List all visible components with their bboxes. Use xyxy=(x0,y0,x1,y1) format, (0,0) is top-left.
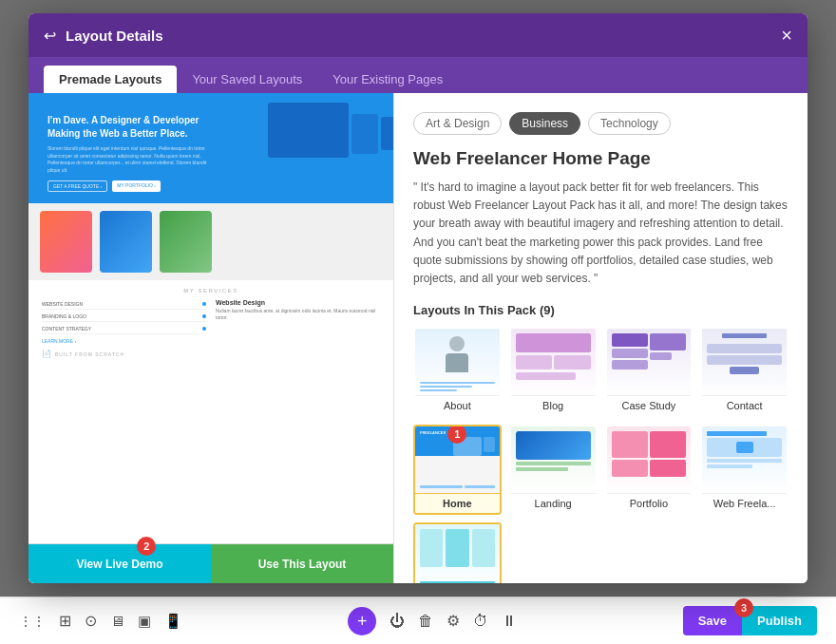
grid-icon[interactable]: ⊞ xyxy=(59,612,71,630)
trash-icon[interactable]: 🗑 xyxy=(418,613,433,630)
service-detail-title: Website Design xyxy=(216,299,380,306)
preview-btn-portfolio: MY PORTFOLIO › xyxy=(112,180,161,192)
close-icon[interactable]: × xyxy=(781,26,792,45)
tag-art-design[interactable]: Art & Design xyxy=(413,112,502,135)
preview-hero-title: I'm Dave. A Designer & Developer Making … xyxy=(48,114,218,141)
settings-icon[interactable]: ⚙ xyxy=(446,612,460,630)
back-icon[interactable]: ↩ xyxy=(44,27,56,45)
preview-services-section: MY SERVICES WEBSITE DESIGN BRANDING & LO… xyxy=(28,280,393,366)
thumb-about-label: About xyxy=(415,395,500,415)
modal-header-left: ↩ Layout Details xyxy=(44,27,163,45)
service1-label: WEBSITE DESIGN xyxy=(42,301,83,307)
publish-button[interactable]: Publish xyxy=(742,606,817,635)
thumb-contact[interactable]: Contact xyxy=(700,327,788,417)
service3-label: CONTENT STRATEGY xyxy=(42,326,91,331)
toolbar-left-group: ⋮⋮ ⊞ ⊙ 🖥 ▣ 📱 xyxy=(19,612,182,630)
tag-business[interactable]: Business xyxy=(509,112,580,135)
dots-icon[interactable]: ⋮⋮ xyxy=(19,614,46,629)
modal-body: I'm Dave. A Designer & Developer Making … xyxy=(28,93,808,583)
view-demo-button[interactable]: View Live Demo 2 xyxy=(28,544,211,583)
search-icon[interactable]: ⊙ xyxy=(85,612,97,630)
thumb-webfree-label: Web Freela... xyxy=(702,493,787,513)
learn-more-link: LEARN MORE › xyxy=(42,338,206,344)
preview-btn-quote: GET A FREE QUOTE › xyxy=(48,180,107,192)
tab-existing[interactable]: Your Existing Pages xyxy=(317,66,458,93)
thumb-case-study[interactable]: Case Study xyxy=(605,327,694,417)
toolbar-right-group: Save 3 Publish xyxy=(683,606,817,635)
service-detail-desc: Nullam lacret faucibus ante, at dignissi… xyxy=(216,308,380,321)
service2-label: BRANDING & LOGO xyxy=(42,313,86,319)
home-badge: 1 xyxy=(447,425,466,444)
bottom-toolbar: ⋮⋮ ⊞ ⊙ 🖥 ▣ 📱 + ⏻ 🗑 ⚙ ⏱ ⏸ Save 3 Publish xyxy=(0,597,836,644)
layout-description: " It's hard to imagine a layout pack bet… xyxy=(413,179,788,288)
thumb-contact-label: Contact xyxy=(702,395,787,415)
thumb-portfolio[interactable]: Portfolio xyxy=(605,425,694,515)
save-button[interactable]: Save xyxy=(683,606,742,635)
preview-panel: I'm Dave. A Designer & Developer Making … xyxy=(28,93,394,583)
thumb-home-label: Home xyxy=(415,493,500,513)
desktop-icon[interactable]: 🖥 xyxy=(110,613,124,629)
modal-overlay: ↩ Layout Details × Premade Layouts Your … xyxy=(0,0,836,597)
publish-badge: 3 xyxy=(734,598,753,617)
tab-saved[interactable]: Your Saved Layouts xyxy=(177,66,317,93)
built-from-scratch-icon: 📄 xyxy=(42,350,51,358)
thumb-landing[interactable]: Landing xyxy=(509,425,598,515)
category-tags: Art & Design Business Technology xyxy=(413,112,788,135)
modal-tabs: Premade Layouts Your Saved Layouts Your … xyxy=(28,57,808,93)
add-button[interactable]: + xyxy=(348,607,376,635)
preview-image: I'm Dave. A Designer & Developer Making … xyxy=(28,93,393,543)
power-icon[interactable]: ⏻ xyxy=(390,613,405,630)
thumb-services[interactable]: Services xyxy=(413,522,502,583)
layout-title: Web Freelancer Home Page xyxy=(413,148,788,169)
preview-cards-row xyxy=(28,203,393,280)
tablet-icon[interactable]: ▣ xyxy=(138,613,151,630)
thumb-blog[interactable]: Blog xyxy=(509,327,598,417)
thumbnails-grid: About xyxy=(413,327,788,583)
publish-button-wrapper: 3 Publish xyxy=(742,606,817,635)
preview-hero-section: I'm Dave. A Designer & Developer Making … xyxy=(28,93,393,203)
toolbar-center-group: + ⏻ 🗑 ⚙ ⏱ ⏸ xyxy=(348,607,517,635)
thumb-portfolio-label: Portfolio xyxy=(607,493,692,513)
layouts-section-title: Layouts In This Pack (9) xyxy=(413,303,788,317)
thumb-case-label: Case Study xyxy=(607,395,692,415)
preview-hero-text: Slorem blandit plique elit eget interdum… xyxy=(48,145,218,174)
thumb-home[interactable]: 1 FREELANCER xyxy=(413,425,502,515)
demo-badge: 2 xyxy=(137,537,156,556)
preview-services-title: MY SERVICES xyxy=(42,288,380,294)
modal-header: ↩ Layout Details × xyxy=(28,13,808,57)
modal-title: Layout Details xyxy=(66,28,163,44)
built-label: BUILT FROM SCRATCH xyxy=(55,351,124,357)
thumb-about[interactable]: About xyxy=(413,327,502,417)
preview-devices xyxy=(268,103,393,158)
thumb-landing-label: Landing xyxy=(511,493,596,513)
mobile-icon[interactable]: 📱 xyxy=(164,613,182,630)
use-layout-button[interactable]: Use This Layout xyxy=(211,544,393,583)
info-panel: Art & Design Business Technology Web Fre… xyxy=(394,93,808,583)
thumb-web-freelancer[interactable]: Web Freela... xyxy=(700,425,788,515)
preview-footer: View Live Demo 2 Use This Layout xyxy=(28,543,393,583)
tab-premade[interactable]: Premade Layouts xyxy=(44,66,177,93)
history-icon[interactable]: ⏱ xyxy=(473,613,488,630)
modal: ↩ Layout Details × Premade Layouts Your … xyxy=(28,13,808,583)
thumb-blog-label: Blog xyxy=(511,395,596,415)
tag-technology[interactable]: Technology xyxy=(588,112,671,135)
pause-icon[interactable]: ⏸ xyxy=(502,613,517,630)
